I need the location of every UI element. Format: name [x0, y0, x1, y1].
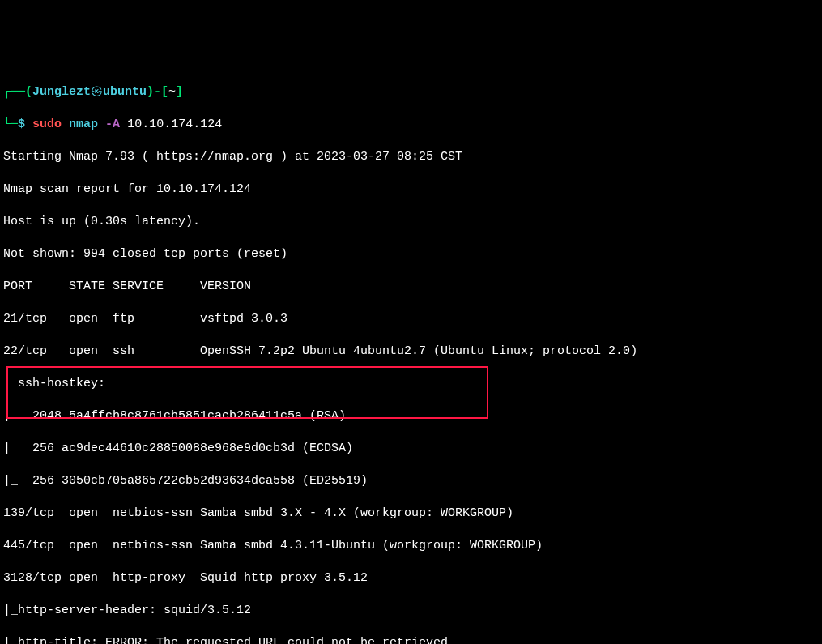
prompt-user: Junglezt	[32, 85, 91, 99]
output-line: 21/tcp open ftp vsftpd 3.0.3	[3, 311, 819, 327]
nmap-flag: -A	[105, 117, 120, 131]
output-line: Not shown: 994 closed tcp ports (reset)	[3, 246, 819, 262]
prompt-box-close: )-[	[147, 85, 168, 99]
output-line: |_http-server-header: squid/3.5.12	[3, 603, 819, 619]
output-line: | 2048 5a4ffcb8c8761cb5851cacb286411c5a …	[3, 408, 819, 424]
output-line: 139/tcp open netbios-ssn Samba smbd 3.X …	[3, 505, 819, 522]
sudo-cmd: sudo	[32, 117, 62, 131]
output-line: Starting Nmap 7.93 ( https://nmap.org ) …	[3, 149, 819, 165]
output-line: Host is up (0.30s latency).	[3, 214, 819, 230]
prompt-box-bottom: └─	[3, 117, 18, 131]
prompt-box-open: ┌──(	[3, 85, 32, 99]
output-line: |_ 256 3050cb705a865722cb52d93634dca558 …	[3, 473, 819, 489]
prompt-path: ~	[168, 85, 176, 99]
at-icon: ㉿	[91, 85, 103, 99]
output-line: 445/tcp open netbios-ssn Samba smbd 4.3.…	[3, 538, 819, 554]
prompt-line-1: ┌──(Junglezt㉿ubuntu)-[~]	[3, 84, 819, 100]
output-line: 3128/tcp open http-proxy Squid http prox…	[3, 570, 819, 586]
output-line: | 256 ac9dec44610c28850088e968e9d0cb3d (…	[3, 441, 819, 457]
nmap-target: 10.10.174.124	[127, 117, 222, 131]
prompt-line-2: └─$ sudo nmap -A 10.10.174.124	[3, 117, 819, 133]
output-line: PORT STATE SERVICE VERSION	[3, 279, 819, 295]
terminal-window[interactable]: ┌──(Junglezt㉿ubuntu)-[~] └─$ sudo nmap -…	[3, 68, 819, 644]
nmap-cmd: nmap	[69, 117, 98, 131]
output-line: 22/tcp open ssh OpenSSH 7.2p2 Ubuntu 4ub…	[3, 343, 819, 360]
output-line: Nmap scan report for 10.10.174.124	[3, 181, 819, 198]
output-line: | ssh-hostkey:	[3, 376, 819, 392]
prompt-path-close: ]	[176, 85, 183, 99]
prompt-host: ubuntu	[103, 85, 147, 99]
output-line: |_http-title: ERROR: The requested URL c…	[3, 635, 819, 644]
prompt-dollar: $	[18, 117, 25, 131]
